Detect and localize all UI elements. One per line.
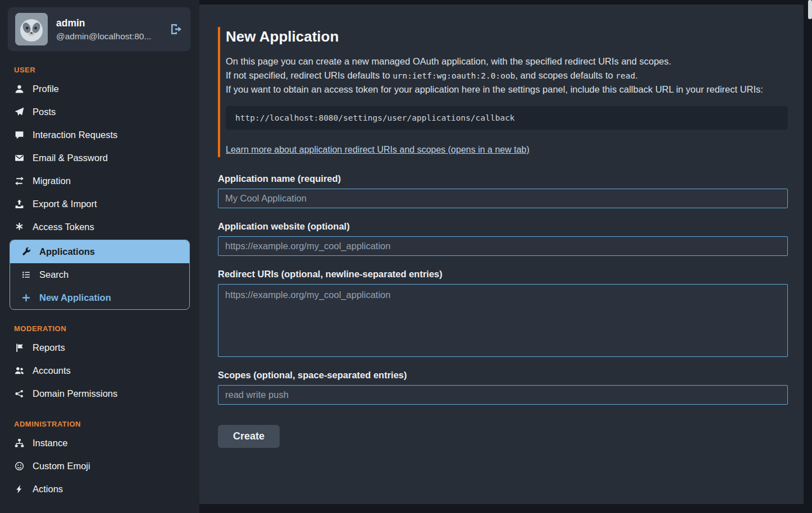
- sidebar-item-domain-permissions[interactable]: Domain Permissions: [0, 382, 199, 405]
- field-scopes: Scopes (optional, space-separated entrie…: [218, 370, 788, 405]
- intro-line-3: If you want to obtain an access token fo…: [226, 83, 788, 97]
- sidebar-item-applications[interactable]: Applications: [10, 240, 189, 263]
- applications-group: Applications Search New Application: [10, 240, 190, 310]
- text-segment: If not specified, redirect URIs defaults…: [226, 70, 393, 80]
- sidebar-item-label: Export & Import: [33, 199, 97, 209]
- field-redirect-uris: Redirect URIs (optional, newline-separat…: [218, 269, 788, 357]
- sidebar-item-label: Posts: [33, 107, 56, 117]
- sidebar-nav-administration: Instance Custom Emoji Actions: [0, 432, 199, 501]
- flag-icon: [14, 343, 25, 352]
- comment-icon: [14, 130, 25, 140]
- sidebar-item-posts[interactable]: Posts: [0, 100, 199, 123]
- application-website-label: Application website (optional): [218, 221, 788, 232]
- sidebar-item-label: Domain Permissions: [33, 388, 117, 399]
- intro-line-1: On this page you can create a new manage…: [226, 54, 788, 68]
- sidebar-item-label: Migration: [33, 176, 71, 186]
- sidebar-item-interaction-requests[interactable]: Interaction Requests: [0, 123, 199, 146]
- sidebar-item-label: Search: [39, 269, 69, 280]
- user-icon: [14, 84, 25, 94]
- sidebar-item-email-password[interactable]: Email & Password: [0, 146, 199, 170]
- sidebar-item-migration[interactable]: Migration: [0, 170, 199, 193]
- sidebar-item-applications-search[interactable]: Search: [10, 263, 189, 286]
- smiley-icon: [14, 461, 25, 471]
- avatar: [15, 13, 48, 45]
- scrollbar-thumb[interactable]: [808, 0, 812, 19]
- bolt-icon: [14, 484, 25, 494]
- sidebar-item-accounts[interactable]: Accounts: [0, 359, 199, 382]
- sidebar-item-custom-emoji[interactable]: Custom Emoji: [0, 455, 199, 478]
- user-name: admin: [56, 17, 161, 29]
- sidebar-item-reports[interactable]: Reports: [0, 336, 199, 359]
- sidebar-item-access-tokens[interactable]: Access Tokens: [0, 216, 199, 239]
- sidebar-item-actions[interactable]: Actions: [0, 478, 199, 501]
- export-icon: [14, 199, 25, 209]
- sidebar-item-label: Email & Password: [33, 153, 108, 163]
- certificate-icon: [14, 222, 25, 232]
- plus-icon: [21, 293, 31, 303]
- text-segment: , and scopes defaults to: [515, 70, 615, 80]
- intro-block: New Application On this page you can cre…: [218, 27, 788, 157]
- docs-link[interactable]: Learn more about application redirect UR…: [226, 145, 530, 155]
- page-scrollbar[interactable]: [808, 0, 812, 513]
- network-icon: [14, 389, 25, 399]
- redirect-uris-textarea[interactable]: [218, 284, 788, 357]
- inline-code-read: read: [615, 71, 635, 80]
- user-meta: admin @admin@localhost:80...: [56, 17, 161, 42]
- sidebar-item-label: Instance: [33, 438, 67, 448]
- tools-icon: [21, 247, 31, 256]
- sidebar-item-label: Accounts: [33, 365, 71, 376]
- user-handle: @admin@localhost:80...: [56, 31, 161, 42]
- redirect-uris-label: Redirect URIs (optional, newline-separat…: [218, 269, 788, 280]
- sidebar-item-label: Profile: [33, 84, 59, 94]
- main-area: New Application On this page you can cre…: [199, 0, 812, 513]
- sloth-avatar-image: [15, 13, 48, 45]
- users-icon: [14, 366, 25, 375]
- new-application-form: Application name (required) Application …: [218, 173, 788, 448]
- callback-url-code: http://localhost:8080/settings/user/appl…: [226, 106, 788, 130]
- field-application-name: Application name (required): [218, 173, 788, 208]
- sidebar-item-new-application[interactable]: New Application: [10, 286, 189, 309]
- paper-plane-icon: [14, 107, 25, 117]
- sitemap-icon: [14, 438, 25, 448]
- text-segment: .: [635, 70, 638, 80]
- sidebar-item-label: Applications: [39, 246, 95, 257]
- inline-code-oob: urn:ietf:wg:oauth:2.0:oob: [393, 71, 515, 80]
- create-button[interactable]: Create: [218, 425, 280, 448]
- sidebar-item-label: Interaction Requests: [33, 130, 117, 140]
- application-website-input[interactable]: [218, 236, 788, 256]
- sidebar: admin @admin@localhost:80... USER Profil…: [0, 0, 199, 513]
- section-label-moderation: MODERATION: [14, 324, 185, 333]
- list-icon: [21, 270, 31, 280]
- user-card[interactable]: admin @admin@localhost:80...: [8, 7, 190, 51]
- sidebar-nav-moderation: Reports Accounts Domain Permissions: [0, 336, 199, 405]
- envelope-icon: [14, 153, 25, 163]
- application-name-label: Application name (required): [218, 173, 788, 184]
- intro-line-2: If not specified, redirect URIs defaults…: [226, 68, 788, 83]
- content-panel: New Application On this page you can cre…: [199, 4, 804, 504]
- scopes-input[interactable]: [218, 385, 788, 405]
- section-label-user: USER: [14, 66, 185, 74]
- sidebar-item-profile[interactable]: Profile: [0, 77, 199, 100]
- page-title: New Application: [226, 28, 788, 45]
- application-name-input[interactable]: [218, 189, 788, 208]
- section-label-administration: ADMINISTRATION: [14, 420, 185, 428]
- sidebar-item-label: New Application: [39, 292, 111, 303]
- field-application-website: Application website (optional): [218, 221, 788, 256]
- sign-out-icon[interactable]: [170, 22, 183, 36]
- scopes-label: Scopes (optional, space-separated entrie…: [218, 370, 788, 381]
- sidebar-item-label: Custom Emoji: [33, 461, 90, 471]
- sidebar-nav-user: Profile Posts Interaction Requests Email…: [0, 77, 199, 310]
- transfer-arrows-icon: [14, 176, 25, 186]
- sidebar-item-label: Reports: [33, 342, 65, 353]
- sidebar-item-label: Access Tokens: [33, 222, 94, 232]
- sidebar-item-label: Actions: [33, 484, 63, 494]
- sidebar-item-export-import[interactable]: Export & Import: [0, 193, 199, 216]
- sidebar-item-instance[interactable]: Instance: [0, 432, 199, 455]
